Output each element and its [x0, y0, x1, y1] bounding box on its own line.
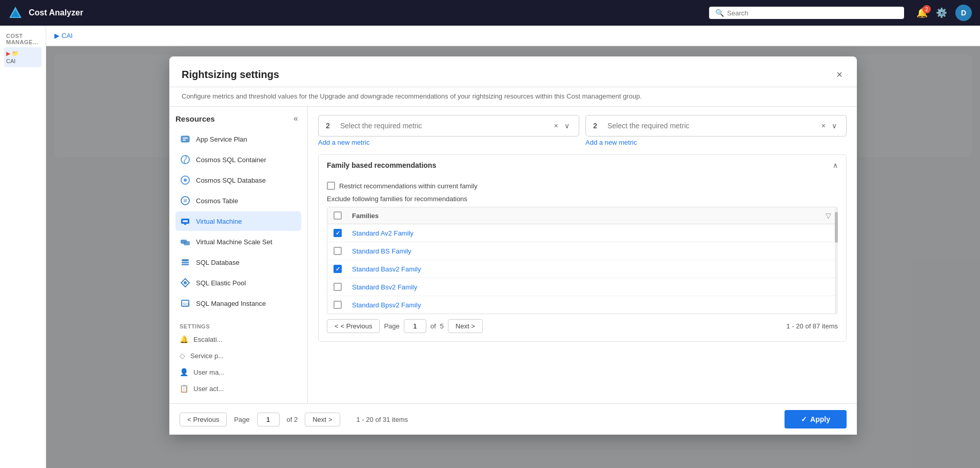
av2-check-col	[334, 229, 346, 237]
inner-pagination: < < Previous Page of 5 Next > 1	[327, 314, 838, 335]
cosmos-sql-db-icon	[180, 174, 191, 186]
inner-next-button[interactable]: Next >	[448, 319, 483, 333]
bpsv2-family-name: Standard Bpsv2 Family	[352, 301, 831, 309]
footer-prev-button[interactable]: < Previous	[180, 413, 227, 426]
basv2-checkbox[interactable]	[334, 265, 342, 273]
family-section: Family based recommendations ∧ Restrict …	[318, 154, 847, 342]
search-input[interactable]	[727, 9, 898, 17]
metric-1-clear-button[interactable]: ×	[552, 121, 560, 131]
footer-page-info: 1 - 20 of 31 items	[357, 416, 408, 423]
family-section-title: Family based recommendations	[327, 161, 436, 169]
resource-item-cosmos-sql-container[interactable]: Cosmos SQL Container	[175, 150, 301, 169]
inner-page-of: of	[430, 322, 436, 330]
vm-icon	[180, 216, 191, 227]
sql-elastic-icon	[180, 277, 191, 288]
family-row-av2: Standard Av2 Family	[327, 224, 837, 242]
avatar[interactable]: D	[955, 5, 972, 21]
modal-title: Rightsizing settings	[182, 69, 279, 81]
bs-check-col	[334, 247, 346, 255]
select-all-checkbox[interactable]	[334, 211, 342, 220]
content-area: Rightsizing settings × Configure metrics…	[46, 46, 980, 468]
inner-page-input[interactable]	[404, 319, 426, 333]
footer-next-label: Next	[312, 416, 326, 423]
metric-2-container: 2 Select the required metric × ∨ Add a n…	[585, 115, 847, 148]
footer-page-input[interactable]	[257, 413, 280, 426]
metric-1-placeholder: Select the required metric	[340, 122, 548, 130]
inner-prev-button[interactable]: < < Previous	[327, 319, 380, 333]
settings-item-user-management[interactable]: 👤 User ma...	[175, 364, 301, 380]
av2-checkbox[interactable]	[334, 229, 342, 237]
resource-item-vm[interactable]: Virtual Machine	[175, 211, 301, 231]
metric-2-clear-button[interactable]: ×	[819, 121, 828, 131]
apply-label: Apply	[810, 415, 830, 423]
bpsv2-checkbox[interactable]	[334, 301, 342, 309]
resource-item-sql-managed[interactable]: SQL SQL Managed Instance	[175, 294, 301, 313]
family-section-header[interactable]: Family based recommendations ∧	[319, 155, 846, 176]
family-content: Restrict recommendations within current …	[319, 176, 846, 341]
svg-rect-15	[182, 259, 189, 261]
table-scrollbar[interactable]	[835, 207, 838, 314]
search-box[interactable]: 🔍	[709, 7, 904, 19]
topbar-icons: 🔔 2 ⚙️ D	[916, 5, 972, 21]
family-row-bs: Standard BS Family	[327, 242, 837, 260]
metric-2-expand-button[interactable]: ∨	[830, 121, 839, 131]
footer-next-button[interactable]: Next >	[305, 413, 340, 426]
modal-close-button[interactable]: ×	[834, 67, 845, 83]
breadcrumb-item[interactable]: ▶ CAI	[54, 32, 73, 40]
metric-2-selector[interactable]: 2 Select the required metric × ∨	[585, 115, 847, 136]
add-metric-2-link[interactable]: Add a new metric	[585, 136, 637, 148]
resource-label: SQL Managed Instance	[196, 300, 266, 307]
bsv2-checkbox[interactable]	[334, 283, 342, 291]
family-row-bpsv2: Standard Bpsv2 Family	[327, 296, 837, 314]
inner-page-info: 1 - 20 of 87 items	[787, 322, 838, 330]
inner-total-pages: 5	[440, 322, 444, 330]
filter-icon[interactable]: ▽	[826, 211, 831, 220]
footer-page-label: Page	[234, 416, 249, 423]
cosmos-sql-container-icon	[180, 154, 191, 165]
resource-item-cosmos-table[interactable]: Cosmos Table	[175, 191, 301, 210]
settings-item-label: User act...	[193, 385, 224, 393]
footer-prev-icon: <	[187, 416, 191, 423]
settings-item-escalation[interactable]: 🔔 Escalati...	[175, 332, 301, 347]
resource-item-cosmos-sql-db[interactable]: Cosmos SQL Database	[175, 170, 301, 190]
settings-item-label: Service p...	[190, 352, 224, 360]
resource-item-sql-db[interactable]: SQL Database	[175, 252, 301, 272]
inner-prev-label: < Previous	[341, 322, 373, 330]
restrict-checkbox[interactable]	[327, 182, 335, 190]
families-table-wrapper: Families ▽ Standard Av2 Family	[327, 207, 838, 314]
apply-button[interactable]: ✓ Apply	[785, 410, 847, 428]
collapse-sidebar-button[interactable]: «	[290, 113, 301, 124]
modal-main-content: 2 Select the required metric × ∨ Add a n…	[308, 107, 857, 403]
settings-item-label: User ma...	[193, 368, 224, 376]
breadcrumb-icon: ▶	[54, 32, 60, 40]
settings-item-user-activity[interactable]: 📋 User act...	[175, 381, 301, 396]
svg-rect-16	[182, 262, 189, 263]
notification-bell-button[interactable]: 🔔 2	[916, 7, 928, 18]
metric-1-selector[interactable]: 2 Select the required metric × ∨	[318, 115, 579, 136]
user-management-icon: 👤	[180, 368, 188, 376]
sidebar-item-ca1[interactable]: ▶ 📁 CAI	[4, 47, 42, 67]
sql-managed-icon: SQL	[180, 298, 191, 309]
modal-body: Resources « App Service Plan	[169, 107, 857, 403]
inner-next-label: Next >	[456, 322, 475, 330]
sql-db-icon	[180, 257, 191, 268]
bsv2-family-name: Standard Bsv2 Family	[352, 283, 831, 291]
cost-manage-label: COST MANAGE...	[4, 30, 42, 47]
resource-item-app-service[interactable]: App Service Plan	[175, 129, 301, 149]
bpsv2-check-col	[334, 301, 346, 309]
resource-item-sql-elastic[interactable]: SQL Elastic Pool	[175, 273, 301, 292]
metric-1-expand-button[interactable]: ∨	[562, 121, 572, 131]
restrict-label: Restrict recommendations within current …	[339, 182, 477, 190]
resource-label: SQL Database	[196, 259, 240, 266]
resource-item-vmss[interactable]: Virtual Machine Scale Set	[175, 232, 301, 251]
footer-next-icon: >	[328, 416, 332, 423]
settings-item-service[interactable]: ◇ Service p...	[175, 348, 301, 363]
add-metric-1-link[interactable]: Add a new metric	[318, 136, 369, 148]
modal-footer: < Previous Page of 2 Next > 1 - 20 of 31…	[169, 403, 857, 435]
page-label: Page	[384, 322, 399, 330]
resource-label: App Service Plan	[196, 135, 247, 143]
av2-family-name: Standard Av2 Family	[352, 229, 831, 237]
metric-row: 2 Select the required metric × ∨ Add a n…	[318, 115, 847, 148]
bs-checkbox[interactable]	[334, 247, 342, 255]
settings-button[interactable]: ⚙️	[936, 7, 947, 18]
